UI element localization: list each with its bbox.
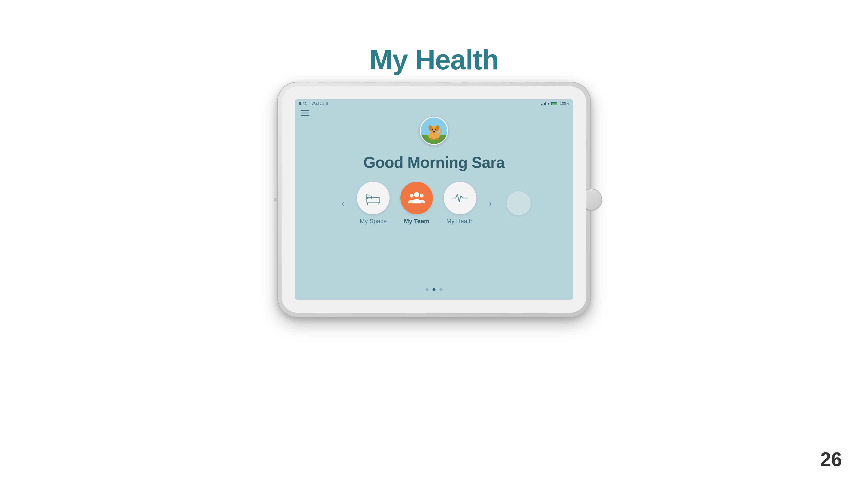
svg-point-6 — [432, 129, 433, 131]
slide-number: 26 — [820, 448, 842, 470]
cards-row: My Space — [357, 182, 476, 225]
extra-icon-circle — [507, 191, 531, 215]
page-title: My Health — [0, 43, 868, 76]
svg-rect-11 — [367, 198, 380, 203]
people-icon — [407, 188, 426, 208]
svg-point-16 — [414, 192, 419, 197]
status-bar: 9:41 Wed Jun 8 ▾ — [295, 99, 573, 108]
my-space-label: My Space — [360, 218, 387, 225]
ipad-device: 9:41 Wed Jun 8 ▾ — [278, 83, 590, 317]
battery-fill — [552, 103, 557, 104]
battery-tip — [558, 103, 558, 104]
signal-bars-icon — [541, 102, 546, 105]
hamburger-line-2 — [301, 112, 309, 113]
user-avatar[interactable] — [420, 117, 448, 145]
signal-bar-1 — [541, 104, 542, 105]
card-my-team[interactable]: My Team — [400, 182, 433, 225]
ipad-bezel: 9:41 Wed Jun 8 ▾ — [282, 86, 586, 313]
carousel-prev-button[interactable]: ‹ — [337, 198, 348, 209]
svg-point-17 — [410, 194, 413, 198]
my-team-icon-circle — [400, 182, 433, 214]
pagination-dot-2[interactable] — [432, 288, 436, 291]
ipad-screen: 9:41 Wed Jun 8 ▾ — [295, 99, 573, 300]
hamburger-line-1 — [301, 110, 309, 111]
my-space-icon-circle — [357, 182, 390, 214]
carousel-next-button[interactable]: › — [485, 198, 496, 209]
cards-carousel: ‹ — [295, 182, 573, 225]
status-time: 9:41 — [299, 101, 307, 106]
battery-percent: 100% — [560, 102, 569, 106]
heartbeat-icon — [452, 189, 469, 207]
bed-icon — [365, 189, 382, 207]
battery-icon — [551, 102, 558, 105]
signal-bar-3 — [544, 103, 545, 105]
ipad-camera — [274, 198, 278, 201]
card-my-space[interactable]: My Space — [357, 182, 390, 225]
signal-bar-4 — [545, 102, 546, 105]
my-team-label: My Team — [404, 218, 429, 225]
signal-bar-2 — [542, 104, 544, 105]
avatar-image — [421, 118, 447, 144]
card-extra — [507, 191, 531, 215]
wifi-icon: ▾ — [548, 102, 550, 106]
pagination-dot-1[interactable] — [426, 288, 429, 291]
status-date: Wed Jun 8 — [312, 102, 328, 106]
svg-point-18 — [420, 194, 424, 198]
greeting-text: Good Morning Sara — [295, 154, 573, 171]
hamburger-line-3 — [301, 115, 309, 116]
svg-point-8 — [433, 131, 435, 132]
pagination-dot-3[interactable] — [439, 288, 442, 291]
user-avatar-container — [420, 117, 448, 145]
card-my-health[interactable]: My Health — [444, 182, 476, 225]
svg-point-10 — [435, 138, 439, 140]
ipad-outer-shell: 9:41 Wed Jun 8 ▾ — [278, 83, 590, 317]
pagination-dots — [295, 288, 573, 291]
hamburger-menu[interactable] — [301, 110, 309, 116]
my-health-label: My Health — [446, 218, 474, 225]
status-right: ▾ 100% — [541, 102, 569, 106]
my-health-icon-circle — [444, 182, 476, 214]
battery-body — [551, 102, 557, 105]
svg-point-7 — [435, 129, 436, 131]
svg-point-9 — [429, 138, 433, 140]
